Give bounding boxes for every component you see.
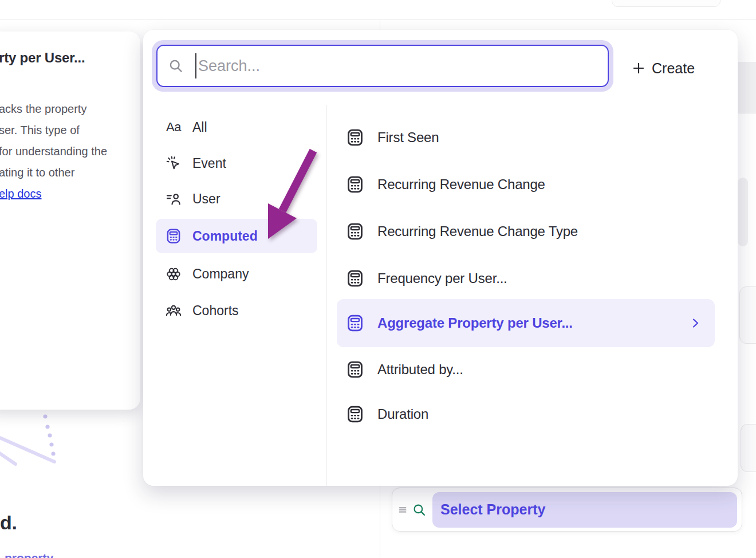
property-item-attributed-by[interactable]: Attributed by... (337, 346, 715, 393)
calculator-icon (345, 313, 365, 333)
category-item-all[interactable]: Aa All (156, 112, 317, 143)
tooltip-line: ating it to other (0, 162, 107, 183)
background-scroll-fragment (738, 178, 748, 246)
property-search-icon (412, 502, 427, 517)
category-item-cohorts[interactable]: Cohorts (156, 295, 317, 326)
tooltip-body: acks the property ser. This type of for … (0, 99, 107, 183)
tooltip-title: rty per User... (0, 50, 85, 66)
property-bar: Select Property (392, 488, 742, 532)
category-label: All (192, 120, 207, 135)
tooltip-line: for understanding the (0, 141, 107, 162)
category-label: Computed (192, 229, 258, 244)
text-caret (195, 53, 196, 78)
search-placeholder: Search... (198, 57, 260, 75)
property-item-duration[interactable]: Duration (337, 391, 715, 438)
category-label: Company (192, 266, 249, 282)
calculator-icon (345, 222, 365, 241)
property-label: Recurring Revenue Change (377, 176, 545, 192)
property-item-aggregate-property-per-user[interactable]: Aggregate Property per User... (337, 299, 715, 347)
people-group-icon (165, 302, 182, 319)
category-item-computed[interactable]: Computed (156, 219, 317, 253)
property-item-first-seen[interactable]: First Seen (337, 114, 715, 161)
user-list-icon (165, 190, 182, 207)
background-card-edge (741, 424, 756, 472)
search-input[interactable]: Search... (156, 45, 609, 87)
cursor-click-icon (165, 155, 182, 172)
property-item-recurring-revenue-change[interactable]: Recurring Revenue Change (337, 161, 715, 208)
property-label: Aggregate Property per User... (377, 315, 573, 331)
calculator-icon (345, 360, 365, 379)
page-divider-horizontal (0, 19, 756, 19)
search-focus-ring: Search... (152, 40, 613, 92)
background-row-fragment (738, 62, 756, 113)
cluster-icon (165, 265, 182, 282)
property-label: Attributed by... (377, 361, 463, 378)
property-help-tooltip: rty per User... acks the property ser. T… (0, 32, 140, 410)
create-button[interactable]: Create (631, 55, 695, 81)
property-label: First Seen (377, 129, 439, 146)
category-item-user[interactable]: User (156, 183, 317, 214)
decorative-lines (0, 411, 74, 469)
category-label: Cohorts (192, 303, 239, 319)
popup-column-divider (326, 105, 327, 486)
calculator-icon (345, 404, 365, 424)
category-label: User (192, 191, 220, 207)
help-docs-link[interactable]: elp docs (0, 187, 42, 201)
chevron-right-icon (688, 316, 702, 330)
category-item-company[interactable]: Company (156, 258, 317, 289)
category-label: Event (192, 156, 226, 171)
property-label: Frequency per User... (377, 270, 507, 286)
background-link-fragment: property (5, 551, 53, 558)
calculator-icon (345, 269, 365, 288)
select-property-label: Select Property (440, 501, 545, 518)
property-label: Duration (377, 406, 428, 422)
calculator-icon (165, 227, 182, 245)
text-aa-icon: Aa (165, 119, 182, 136)
background-card-edge (739, 286, 756, 344)
background-heading-fragment: d. (0, 512, 17, 534)
property-picker-popup: Search... Create Aa All Event (143, 30, 738, 486)
property-item-frequency-per-user[interactable]: Frequency per User... (337, 255, 715, 302)
select-property-button[interactable]: Select Property (432, 492, 737, 528)
partial-toolbar-button[interactable] (612, 0, 720, 7)
tooltip-line: ser. This type of (0, 120, 107, 141)
calculator-icon (345, 175, 365, 194)
property-item-recurring-revenue-change-type[interactable]: Recurring Revenue Change Type (337, 208, 715, 255)
plus-icon (631, 61, 646, 76)
create-label: Create (652, 60, 695, 77)
property-label: Recurring Revenue Change Type (377, 223, 578, 239)
calculator-icon (345, 128, 365, 147)
drag-handle-icon[interactable] (397, 504, 410, 516)
tooltip-line: acks the property (0, 99, 107, 120)
search-icon (168, 58, 184, 74)
category-item-event[interactable]: Event (156, 148, 317, 179)
